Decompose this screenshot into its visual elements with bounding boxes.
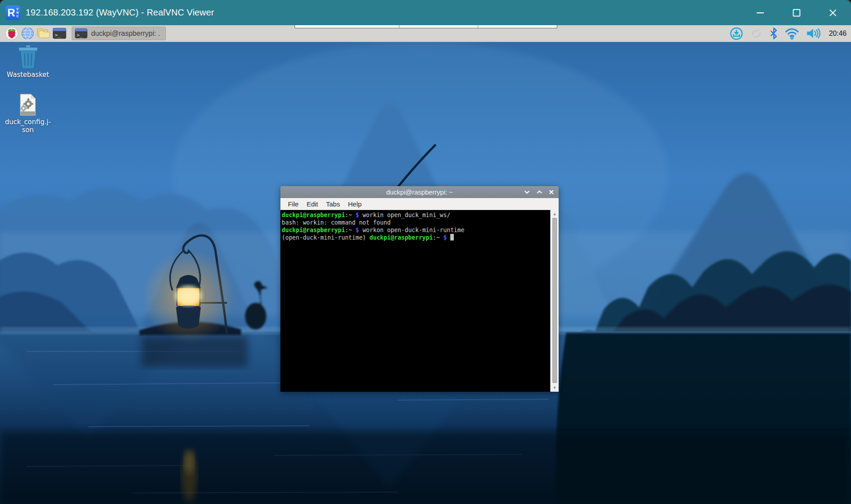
shade-button[interactable] — [524, 190, 530, 194]
svg-text:>_: >_ — [77, 32, 82, 38]
desktop-icon-wastebasket[interactable]: Wastebasket — [5, 45, 51, 79]
wifi-icon[interactable] — [785, 27, 799, 40]
scroll-up-icon[interactable]: ▲ — [551, 210, 559, 218]
terminal-scrollbar[interactable]: ▲ ▼ — [550, 210, 559, 392]
update-download-icon[interactable] — [730, 27, 743, 40]
icon-label: duck_config.j- — [5, 118, 51, 126]
system-tray: 20:46 — [730, 27, 847, 40]
menu-help[interactable]: Help — [344, 200, 366, 208]
bluetooth-icon[interactable] — [770, 27, 778, 39]
config-file-icon — [18, 93, 38, 116]
terminal-titlebar[interactable]: duckpi@raspberrypi: ~ — [280, 186, 559, 198]
maximize-button[interactable] — [537, 190, 542, 194]
close-button[interactable] — [815, 0, 851, 25]
file-manager-launcher[interactable] — [35, 26, 51, 41]
terminal-line: (open-duck-mini-runtime) duckpi@raspberr… — [282, 234, 550, 241]
terminal-content[interactable]: duckpi@raspberrypi:~ $ workin open_duck_… — [280, 210, 559, 392]
terminal-window: duckpi@raspberrypi: ~ File Edit Tabs Hel… — [280, 186, 559, 392]
maximize-button[interactable] — [778, 0, 815, 25]
window-title: 192.168.203.192 (WayVNC) - RealVNC Viewe… — [26, 8, 214, 18]
sync-icon[interactable] — [750, 27, 763, 40]
terminal-title: duckpi@raspberrypi: ~ — [280, 188, 559, 196]
menu-tabs[interactable]: Tabs — [322, 200, 344, 208]
terminal-output: duckpi@raspberrypi:~ $ workin open_duck_… — [280, 210, 550, 392]
close-icon — [829, 9, 837, 17]
close-button[interactable] — [549, 190, 554, 195]
task-button-label: duckpi@raspberrypi: . — [91, 30, 160, 38]
menu-edit[interactable]: Edit — [303, 200, 322, 208]
terminal-line: duckpi@raspberrypi:~ $ workin open_duck_… — [282, 211, 550, 219]
window-controls — [742, 0, 851, 25]
realvnc-logo-icon: R VNC — [5, 5, 20, 20]
globe-icon — [21, 27, 34, 40]
terminal-icon: >_ — [75, 28, 88, 38]
terminal-line: bash: workin: command not found — [282, 219, 550, 226]
terminal-line: duckpi@raspberrypi:~ $ workon open-duck-… — [282, 226, 550, 234]
remote-screen: >_ >_ duckpi@raspberrypi: . — [0, 25, 851, 504]
terminal-cursor — [450, 234, 454, 241]
taskbar-window-button[interactable]: >_ duckpi@raspberrypi: . — [72, 27, 166, 40]
minimize-icon — [756, 12, 764, 14]
terminal-menubar: File Edit Tabs Help — [280, 198, 559, 210]
volume-icon[interactable] — [806, 27, 821, 39]
menu-file[interactable]: File — [284, 200, 303, 208]
realvnc-viewer-window: R VNC 192.168.203.192 (WayVNC) - RealVNC… — [0, 0, 851, 504]
terminal-launcher[interactable]: >_ — [51, 26, 67, 41]
wastebasket-icon — [17, 45, 39, 69]
icon-label: son — [5, 126, 51, 134]
raspberry-icon — [5, 27, 19, 40]
minimize-button[interactable] — [742, 0, 778, 25]
scroll-down-icon[interactable]: ▼ — [551, 384, 559, 391]
svg-text:>_: >_ — [54, 32, 61, 38]
menu-button[interactable] — [4, 26, 19, 41]
folder-icon — [37, 27, 50, 39]
icon-label: Wastebasket — [5, 71, 51, 79]
browser-launcher[interactable] — [19, 26, 35, 41]
scrollbar-thumb[interactable] — [552, 218, 557, 383]
maximize-icon — [793, 9, 801, 17]
vnc-titlebar[interactable]: R VNC 192.168.203.192 (WayVNC) - RealVNC… — [0, 0, 851, 25]
vnc-toolbar-strip[interactable] — [295, 25, 557, 28]
clock[interactable]: 20:46 — [829, 30, 847, 38]
desktop: Wastebasket — [0, 42, 851, 504]
terminal-icon: >_ — [53, 28, 66, 39]
desktop-icon-duck-config[interactable]: duck_config.j- son — [5, 93, 51, 134]
